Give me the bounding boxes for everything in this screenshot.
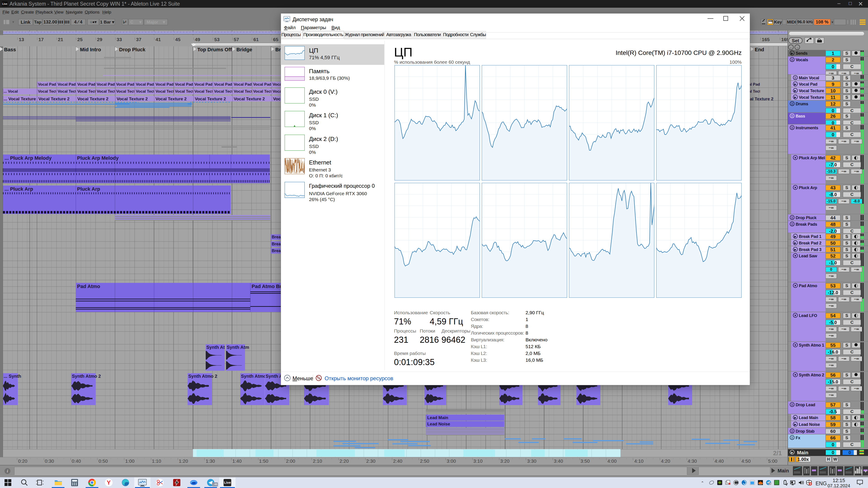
svg-text:RME: RME xyxy=(758,484,762,485)
svg-text:..6: ..6 xyxy=(769,483,771,485)
